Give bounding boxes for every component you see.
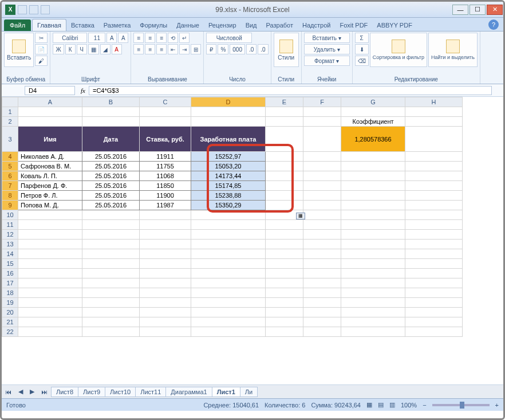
cell-B16[interactable] bbox=[82, 269, 140, 278]
cell-G18[interactable] bbox=[341, 288, 405, 298]
cell-A16[interactable] bbox=[18, 269, 82, 278]
excel-icon[interactable]: X bbox=[5, 5, 15, 15]
cell-G6[interactable] bbox=[341, 171, 405, 181]
cell-A13[interactable] bbox=[18, 240, 82, 249]
sort-filter-button[interactable]: Сортировка и фильтр bbox=[370, 33, 427, 67]
cell-A17[interactable] bbox=[18, 278, 82, 288]
font-grow-button[interactable]: A bbox=[106, 33, 117, 43]
cell-D14[interactable] bbox=[191, 249, 266, 259]
indent-decrease-button[interactable]: ⇤ bbox=[168, 44, 178, 54]
tab-home[interactable]: Главная bbox=[32, 19, 66, 31]
cell-D20[interactable] bbox=[191, 308, 266, 317]
cell-E22[interactable] bbox=[266, 327, 303, 337]
cell-F11[interactable] bbox=[303, 220, 341, 230]
cell-C13[interactable] bbox=[140, 240, 191, 249]
cell-C14[interactable] bbox=[140, 249, 191, 259]
cell-G19[interactable] bbox=[341, 298, 405, 308]
clear-button[interactable]: ⌫ bbox=[355, 56, 369, 66]
cell-E13[interactable] bbox=[266, 240, 303, 249]
row-header-15[interactable]: 15 bbox=[2, 259, 18, 269]
cell-B3[interactable]: Дата bbox=[82, 127, 140, 152]
cell-C9[interactable]: 11987 bbox=[140, 201, 191, 210]
cell-B5[interactable]: 25.05.2016 bbox=[82, 162, 140, 171]
cell-A11[interactable] bbox=[18, 220, 82, 230]
tab-layout[interactable]: Разметка bbox=[99, 19, 136, 31]
cell-B18[interactable] bbox=[82, 288, 140, 298]
cell-G13[interactable] bbox=[341, 240, 405, 249]
tab-developer[interactable]: Разработ bbox=[262, 19, 298, 31]
cell-G15[interactable] bbox=[341, 259, 405, 269]
cell-D1[interactable] bbox=[191, 107, 266, 117]
redo-button[interactable] bbox=[41, 5, 50, 14]
row-header-4[interactable]: 4 bbox=[2, 152, 18, 162]
increase-decimal-button[interactable]: .0 bbox=[246, 44, 257, 54]
cell-C22[interactable] bbox=[140, 327, 191, 337]
paste-button[interactable]: Вставить bbox=[4, 33, 34, 67]
cell-C21[interactable] bbox=[140, 317, 191, 327]
cell-A21[interactable] bbox=[18, 317, 82, 327]
format-cells-button[interactable]: Формат ▾ bbox=[304, 56, 350, 66]
tab-abbyy[interactable]: ABBYY PDF bbox=[372, 19, 417, 31]
cell-G12[interactable] bbox=[341, 230, 405, 240]
cell-F2[interactable] bbox=[303, 117, 341, 127]
row-header-13[interactable]: 13 bbox=[2, 240, 18, 249]
spreadsheet-grid[interactable]: ABCDEFGH12Коэффициент3ИмяДатаСтавка, руб… bbox=[2, 97, 503, 384]
cell-G17[interactable] bbox=[341, 278, 405, 288]
wrap-text-button[interactable]: ↵ bbox=[179, 33, 190, 43]
cell-G9[interactable] bbox=[341, 201, 405, 210]
cell-H6[interactable] bbox=[405, 171, 463, 181]
row-header-11[interactable]: 11 bbox=[2, 220, 18, 230]
tab-formulas[interactable]: Формулы bbox=[135, 19, 172, 31]
indent-increase-button[interactable]: ⇥ bbox=[179, 44, 190, 54]
cell-D15[interactable] bbox=[191, 259, 266, 269]
align-right-button[interactable]: ≡ bbox=[156, 44, 167, 54]
maximize-button[interactable]: ☐ bbox=[470, 5, 486, 15]
cell-B20[interactable] bbox=[82, 308, 140, 317]
orientation-button[interactable]: ⟲ bbox=[168, 33, 178, 43]
cell-A20[interactable] bbox=[18, 308, 82, 317]
cell-C3[interactable]: Ставка, руб. bbox=[140, 127, 191, 152]
cell-H22[interactable] bbox=[405, 327, 463, 337]
cell-D6[interactable]: 14173,44 bbox=[191, 171, 266, 181]
cell-C1[interactable] bbox=[140, 107, 191, 117]
cell-C17[interactable] bbox=[140, 278, 191, 288]
percent-button[interactable]: % bbox=[218, 44, 228, 54]
align-bottom-button[interactable]: ≡ bbox=[156, 33, 167, 43]
align-left-button[interactable]: ≡ bbox=[133, 44, 144, 54]
row-header-16[interactable]: 16 bbox=[2, 269, 18, 278]
row-header-10[interactable]: 10 bbox=[2, 210, 18, 220]
row-header-12[interactable]: 12 bbox=[2, 230, 18, 240]
cell-F1[interactable] bbox=[303, 107, 341, 117]
cell-G2[interactable]: Коэффициент bbox=[341, 117, 405, 127]
cell-C15[interactable] bbox=[140, 259, 191, 269]
cell-E3[interactable] bbox=[266, 127, 303, 152]
cell-H3[interactable] bbox=[405, 127, 463, 152]
sheet-nav-next[interactable]: ▶ bbox=[26, 388, 38, 395]
cell-A2[interactable] bbox=[18, 117, 82, 127]
col-header-E[interactable]: E bbox=[266, 97, 303, 107]
cell-H16[interactable] bbox=[405, 269, 463, 278]
cell-A4[interactable]: Николаев А. Д. bbox=[18, 152, 82, 162]
cell-E15[interactable] bbox=[266, 259, 303, 269]
tab-review[interactable]: Рецензир bbox=[204, 19, 241, 31]
cell-B2[interactable] bbox=[82, 117, 140, 127]
col-header-G[interactable]: G bbox=[341, 97, 405, 107]
cell-F20[interactable] bbox=[303, 308, 341, 317]
cell-H13[interactable] bbox=[405, 240, 463, 249]
cell-B8[interactable]: 25.05.2016 bbox=[82, 191, 140, 201]
cell-F12[interactable] bbox=[303, 230, 341, 240]
cell-A5[interactable]: Сафронова В. М. bbox=[18, 162, 82, 171]
cell-F3[interactable] bbox=[303, 127, 341, 152]
cell-D8[interactable]: 15238,88 bbox=[191, 191, 266, 201]
row-header-9[interactable]: 9 bbox=[2, 201, 18, 210]
cell-E11[interactable] bbox=[266, 220, 303, 230]
sheet-tab-Лист11[interactable]: Лист11 bbox=[135, 387, 166, 397]
cell-E21[interactable] bbox=[266, 317, 303, 327]
zoom-level[interactable]: 100% bbox=[401, 402, 417, 409]
cell-B17[interactable] bbox=[82, 278, 140, 288]
cell-styles-button[interactable]: Стили bbox=[274, 33, 299, 67]
cell-F8[interactable] bbox=[303, 191, 341, 201]
cell-G1[interactable] bbox=[341, 107, 405, 117]
sheet-tab-Лист1[interactable]: Лист1 bbox=[212, 387, 240, 397]
delete-cells-button[interactable]: Удалить ▾ bbox=[304, 44, 350, 54]
